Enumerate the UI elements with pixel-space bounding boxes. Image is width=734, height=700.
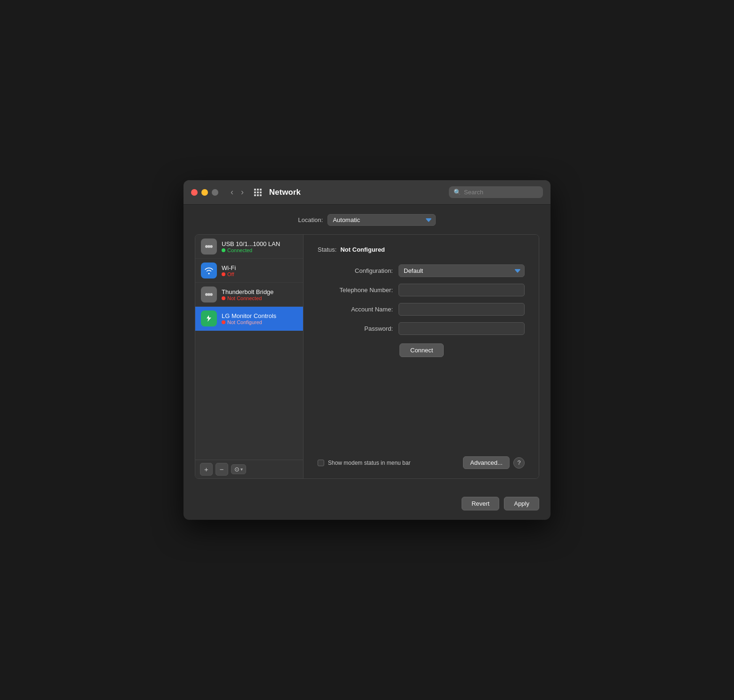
sidebar-item-usb-lan[interactable]: USB 10/1...1000 LAN Connected: [195, 235, 303, 259]
location-select[interactable]: Automatic Edit Locations...: [327, 214, 436, 226]
configuration-label: Configuration:: [318, 267, 393, 274]
telephone-label: Telephone Number:: [318, 286, 393, 294]
account-input[interactable]: [399, 303, 525, 316]
close-button[interactable]: [191, 189, 198, 196]
search-bar[interactable]: 🔍: [449, 186, 543, 198]
thunderbolt-icon: [201, 286, 217, 302]
show-modem-row: Show modem status in menu bar: [318, 460, 463, 466]
sidebar-item-wifi[interactable]: Wi-Fi Off: [195, 259, 303, 283]
wifi-status-dot: [222, 272, 225, 276]
search-icon: 🔍: [454, 189, 461, 196]
sidebar-item-lg-monitor[interactable]: LG Monitor Controls Not Configured: [195, 307, 303, 331]
grid-icon[interactable]: [254, 189, 262, 196]
telephone-row: Telephone Number:: [318, 284, 525, 296]
usb-lan-status-dot: [222, 248, 225, 252]
wifi-info: Wi-Fi Off: [222, 264, 236, 277]
revert-button[interactable]: Revert: [462, 497, 499, 510]
minimize-button[interactable]: [201, 189, 208, 196]
svg-point-5: [210, 293, 213, 296]
sidebar-item-thunderbolt[interactable]: Thunderbolt Bridge Not Connected: [195, 283, 303, 307]
location-row: Location: Automatic Edit Locations...: [195, 214, 539, 226]
status-row: Status: Not Configured: [318, 246, 525, 253]
content-area: Location: Automatic Edit Locations...: [184, 205, 550, 490]
window-footer: Revert Apply: [184, 490, 550, 520]
account-row: Account Name:: [318, 303, 525, 316]
location-label: Location:: [298, 216, 323, 223]
password-row: Password:: [318, 322, 525, 335]
telephone-input[interactable]: [399, 284, 525, 296]
lg-monitor-icon: [201, 310, 217, 326]
advanced-button[interactable]: Advanced...: [463, 456, 510, 469]
lg-monitor-status-dot: [222, 320, 225, 324]
window-title: Network: [269, 188, 301, 197]
thunderbolt-status-text: Not Connected: [227, 295, 262, 301]
show-modem-checkbox[interactable]: [318, 460, 324, 466]
usb-lan-name: USB 10/1...1000 LAN: [222, 240, 280, 247]
status-label: Status:: [318, 246, 336, 253]
configuration-select[interactable]: Default: [399, 264, 525, 277]
add-network-button[interactable]: +: [200, 463, 213, 476]
lg-monitor-status-text: Not Configured: [227, 319, 262, 325]
remove-network-button[interactable]: −: [215, 463, 228, 476]
wifi-icon: [201, 262, 217, 278]
usb-lan-status: Connected: [222, 247, 280, 253]
sidebar: USB 10/1...1000 LAN Connected: [195, 235, 303, 478]
wifi-status: Off: [222, 271, 236, 277]
help-button[interactable]: ?: [513, 457, 525, 469]
usb-lan-icon: [201, 239, 217, 255]
traffic-lights: [191, 189, 218, 196]
apply-button[interactable]: Apply: [504, 497, 539, 510]
detail-panel: Status: Not Configured Configuration: De…: [303, 235, 539, 478]
connect-button[interactable]: Connect: [399, 343, 444, 357]
sidebar-list: USB 10/1...1000 LAN Connected: [195, 235, 303, 460]
nav-buttons: ‹ ›: [228, 186, 247, 198]
more-options-icon: ⊙: [234, 466, 239, 473]
lg-monitor-status: Not Configured: [222, 319, 276, 325]
more-options-button[interactable]: ⊙ ▾: [231, 464, 246, 474]
usb-lan-status-text: Connected: [227, 247, 252, 253]
status-value: Not Configured: [340, 246, 385, 253]
lg-monitor-info: LG Monitor Controls Not Configured: [222, 312, 276, 325]
sidebar-footer: + − ⊙ ▾: [195, 460, 303, 478]
form-rows: Configuration: Default Telephone Number:…: [318, 264, 525, 449]
thunderbolt-status: Not Connected: [222, 295, 274, 301]
thunderbolt-status-dot: [222, 296, 225, 300]
lg-monitor-name: LG Monitor Controls: [222, 312, 276, 319]
network-preferences-window: ‹ › Network 🔍 Location: Automatic Edit L…: [184, 180, 550, 520]
maximize-button[interactable]: [212, 189, 218, 196]
forward-button[interactable]: ›: [238, 186, 247, 198]
thunderbolt-name: Thunderbolt Bridge: [222, 288, 274, 295]
back-button[interactable]: ‹: [228, 186, 236, 198]
svg-point-2: [210, 245, 213, 248]
show-modem-label: Show modem status in menu bar: [328, 460, 410, 466]
account-label: Account Name:: [318, 306, 393, 313]
password-label: Password:: [318, 325, 393, 332]
detail-bottom: Show modem status in menu bar Advanced..…: [318, 449, 525, 469]
titlebar: ‹ › Network 🔍: [184, 180, 550, 205]
more-options-chevron: ▾: [240, 467, 243, 472]
main-panel: USB 10/1...1000 LAN Connected: [195, 234, 539, 479]
usb-lan-info: USB 10/1...1000 LAN Connected: [222, 240, 280, 253]
wifi-name: Wi-Fi: [222, 264, 236, 271]
search-input[interactable]: [464, 189, 538, 196]
configuration-row: Configuration: Default: [318, 264, 525, 277]
thunderbolt-info: Thunderbolt Bridge Not Connected: [222, 288, 274, 301]
wifi-status-text: Off: [227, 271, 234, 277]
password-input[interactable]: [399, 322, 525, 335]
